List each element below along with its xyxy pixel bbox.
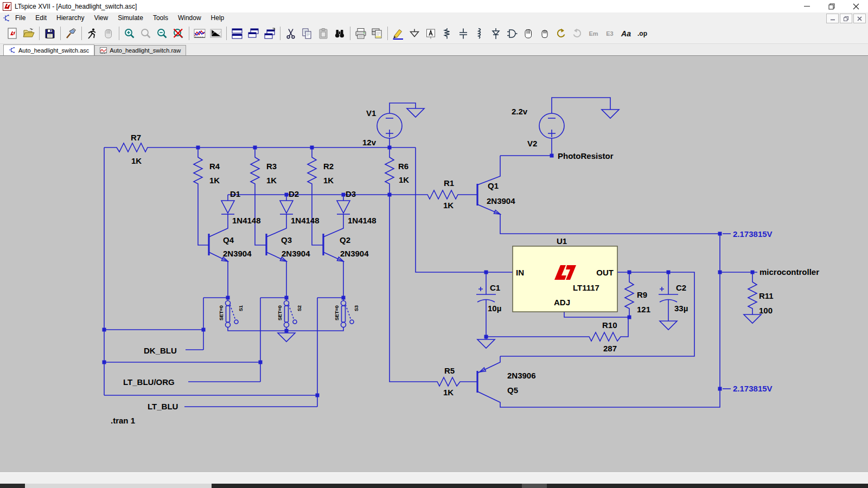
waveform-button[interactable]: [192, 25, 208, 42]
copy-button[interactable]: [299, 25, 315, 42]
plot-settings-button[interactable]: [208, 25, 224, 42]
taskbar-segment: [0, 484, 25, 488]
place-ground-button[interactable]: [406, 25, 423, 42]
schematic-tab-icon: [9, 47, 16, 54]
title-bar: LTspice XVII - [Auto_headlight_switch.as…: [0, 0, 868, 12]
place-inductor-button[interactable]: [471, 25, 488, 42]
place-component-button[interactable]: [504, 25, 520, 42]
open-file-icon: [22, 27, 35, 40]
close-button[interactable]: [844, 0, 868, 12]
paste-button[interactable]: [315, 25, 331, 42]
toolbar: Em E3 Aa .op: [0, 23, 868, 44]
copy-icon: [301, 27, 314, 40]
resistor-r3[interactable]: [251, 147, 266, 245]
v2-name: V2: [527, 139, 537, 148]
menu-view[interactable]: View: [89, 13, 113, 23]
control-panel-button[interactable]: [63, 25, 79, 42]
place-resistor-button[interactable]: [439, 25, 455, 42]
mdi-minimize-icon: [831, 16, 835, 21]
transistor-q1[interactable]: [477, 156, 720, 234]
draw-wire-button[interactable]: [390, 25, 406, 42]
spice-directive-button[interactable]: .op: [634, 25, 650, 42]
q3-name: Q3: [281, 235, 292, 245]
schematic[interactable]: IN OUT ADJ LT1117 R7 1K R4 1K R3 1K R2 1…: [0, 56, 868, 473]
place-diode-button[interactable]: [488, 25, 504, 42]
voltage-source-v1[interactable]: [377, 103, 424, 147]
zoom-full-extents-button[interactable]: [170, 25, 187, 42]
wires[interactable]: [104, 138, 757, 407]
taskbar-sliver: [0, 484, 868, 488]
mdi-restore-button[interactable]: [840, 14, 852, 23]
menu-file[interactable]: File: [10, 13, 30, 23]
cut-button[interactable]: [283, 25, 299, 42]
tab-waveform[interactable]: Auto_headlight_switch.raw: [94, 45, 186, 55]
menu-hierarchy[interactable]: Hierarchy: [52, 13, 89, 23]
minimize-button[interactable]: [795, 0, 819, 12]
zoom-area-button[interactable]: [138, 25, 154, 42]
r6-name: R6: [398, 162, 409, 171]
schematic-canvas[interactable]: IN OUT ADJ LT1117 R7 1K R4 1K R3 1K R2 1…: [0, 55, 868, 472]
resistor-r9[interactable]: [625, 272, 634, 317]
rotate-button[interactable]: E3: [602, 25, 618, 42]
zoom-in-button[interactable]: [122, 25, 138, 42]
u1-part: LT1117: [573, 283, 599, 292]
resistor-r4[interactable]: [194, 147, 208, 245]
new-schematic-button[interactable]: [4, 25, 21, 42]
tab-schematic[interactable]: Auto_headlight_switch.asc: [3, 44, 94, 55]
drag-button[interactable]: [537, 25, 553, 42]
d1-value: 1N4148: [232, 216, 261, 225]
net-label-lt-blu: LT_BLU: [148, 402, 178, 411]
place-capacitor-button[interactable]: [455, 25, 471, 42]
mdi-close-button[interactable]: [853, 14, 866, 23]
regulator-u1[interactable]: IN OUT ADJ LT1117: [513, 246, 617, 312]
arrange-windows-button[interactable]: [261, 25, 278, 42]
mirror-button[interactable]: Em: [585, 25, 602, 42]
menu-help[interactable]: Help: [206, 13, 229, 23]
halt-button[interactable]: [100, 25, 117, 42]
print-preview-button[interactable]: [369, 25, 385, 42]
switch-s1[interactable]: [226, 298, 239, 328]
net-labels[interactable]: DK_BLU LT_BLU/ORG LT_BLU PhotoResistor m…: [111, 151, 819, 425]
mirror-icon: Em: [589, 30, 598, 37]
switch-s2[interactable]: [284, 298, 297, 328]
capacitor-c2[interactable]: [659, 272, 678, 330]
component-labels[interactable]: R7 1K R4 1K R3 1K R2 1K R6 1K D1 1N4148 …: [131, 107, 774, 397]
zoom-out-button[interactable]: [154, 25, 170, 42]
menu-simulate[interactable]: Simulate: [113, 13, 148, 23]
resistor-r6[interactable]: [385, 147, 394, 195]
taskbar-active-app[interactable]: [25, 484, 212, 488]
restore-button[interactable]: [819, 0, 844, 12]
place-net-label-button[interactable]: [423, 25, 439, 42]
text-icon: Aa: [621, 29, 631, 38]
print-button[interactable]: [353, 25, 369, 42]
save-button[interactable]: [42, 25, 58, 42]
r4-name: R4: [209, 162, 220, 171]
mdi-minimize-button[interactable]: [826, 14, 839, 23]
menu-tools[interactable]: Tools: [148, 13, 173, 23]
move-button[interactable]: [520, 25, 537, 42]
run-icon: [86, 27, 99, 40]
place-text-button[interactable]: Aa: [618, 25, 634, 42]
voltage-source-v2[interactable]: [539, 98, 619, 138]
switch-s3[interactable]: [341, 298, 354, 328]
c2-value: 33µ: [674, 304, 688, 313]
net-label-photoresistor: PhotoResistor: [558, 151, 614, 160]
undo-button[interactable]: [553, 25, 569, 42]
rotate-icon: E3: [606, 30, 613, 37]
r7-value: 1K: [131, 156, 142, 165]
r9-name: R9: [637, 290, 647, 299]
r1-value: 1K: [443, 201, 454, 210]
open-file-button[interactable]: [21, 25, 37, 42]
cascade-windows-button[interactable]: [245, 25, 261, 42]
resistor-r2[interactable]: [308, 147, 323, 245]
d2-name: D2: [289, 189, 299, 198]
redo-button[interactable]: [569, 25, 585, 42]
menu-edit[interactable]: Edit: [30, 13, 52, 23]
tile-windows-button[interactable]: [229, 25, 245, 42]
find-button[interactable]: [331, 25, 348, 42]
component-icon: [506, 27, 519, 40]
menu-window[interactable]: Window: [173, 13, 206, 23]
s2-name: S2: [297, 305, 302, 311]
transistor-q5[interactable]: [477, 356, 720, 407]
run-button[interactable]: [84, 25, 100, 42]
